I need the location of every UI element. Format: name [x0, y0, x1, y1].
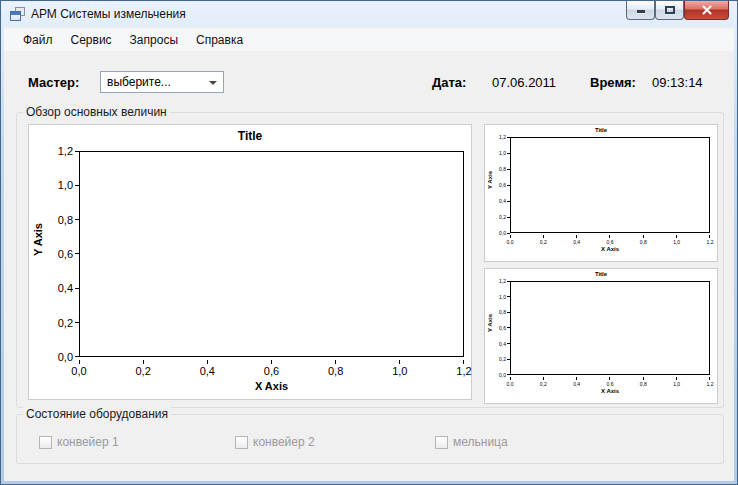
- checkbox-box: [235, 436, 248, 449]
- tick-label: 0,2: [536, 235, 550, 245]
- tick-label: 0,4: [499, 341, 510, 347]
- checkbox-conveyor-1[interactable]: конвейер 1: [39, 435, 119, 449]
- tick-label: 1,2: [58, 145, 79, 157]
- menu-bar: Файл Сервис Запросы Справка: [4, 29, 734, 51]
- x-tick-labels: 0,00,20,40,60,81,01,2: [503, 235, 717, 245]
- checkbox-label: конвейер 2: [253, 435, 315, 449]
- tick-label: 0,8: [499, 166, 510, 172]
- tick-label: 0,8: [636, 235, 650, 245]
- y-tick-labels: 1,21,00,80,60,40,20,0: [493, 278, 510, 378]
- minimize-button[interactable]: [626, 1, 655, 20]
- app-window: АРМ Системы измельчения Файл Сервис Запр…: [0, 0, 738, 485]
- menu-item-file[interactable]: Файл: [14, 30, 62, 50]
- tick-label: 1,2: [451, 360, 477, 377]
- overview-groupbox: Обзор основных величин Title Y Axis 1,21…: [16, 112, 724, 408]
- tick-label: 0,4: [499, 198, 510, 204]
- tick-label: 0,4: [570, 377, 584, 387]
- x-tick-labels: 0,00,20,40,60,81,01,2: [66, 360, 477, 377]
- y-axis-label: Y Axis: [486, 125, 493, 235]
- close-icon: [701, 4, 713, 16]
- tick-label: 0,2: [536, 377, 550, 387]
- small-chart-bottom: Title Y Axis 1,21,00,80,60,40,20,0 0,00,…: [484, 268, 718, 404]
- time-label: Время:: [590, 75, 636, 90]
- x-tick-labels: 0,00,20,40,60,81,01,2: [503, 377, 717, 387]
- maximize-button[interactable]: [655, 1, 684, 20]
- menu-item-help[interactable]: Справка: [187, 30, 252, 50]
- x-axis-label: X Axis: [510, 246, 710, 252]
- checkbox-label: конвейер 1: [57, 435, 119, 449]
- chevron-down-icon: [209, 81, 217, 85]
- tick-label: 0,0: [66, 360, 92, 377]
- tick-label: 0,2: [58, 317, 79, 329]
- tick-label: 1,0: [499, 294, 510, 300]
- tick-label: 1,0: [670, 235, 684, 245]
- date-label: Дата:: [432, 75, 466, 90]
- tick-label: 0,6: [499, 182, 510, 188]
- tick-label: 1,0: [58, 179, 79, 191]
- tick-label: 1,0: [387, 360, 413, 377]
- window-controls: [626, 1, 729, 20]
- y-axis-label: Y Axis: [486, 269, 493, 377]
- plot-area: [510, 281, 710, 375]
- plot-area: [79, 151, 464, 357]
- master-combobox-value: выберите...: [107, 75, 171, 89]
- status-groupbox: Состояние оборудования конвейер 1 конвей…: [16, 414, 724, 464]
- tick-label: 1,0: [670, 377, 684, 387]
- menu-item-service[interactable]: Сервис: [62, 30, 121, 50]
- close-button[interactable]: [684, 1, 729, 20]
- y-tick-labels: 1,21,00,80,60,40,20,0: [493, 134, 510, 236]
- tick-label: 1,2: [703, 377, 717, 387]
- plot-area: [510, 137, 710, 233]
- tick-label: 0,8: [323, 360, 349, 377]
- master-combobox[interactable]: выберите...: [100, 71, 224, 93]
- x-axis-label: X Axis: [510, 388, 710, 394]
- tick-label: 0,8: [636, 377, 650, 387]
- tick-label: 0,4: [58, 282, 79, 294]
- date-value: 07.06.2011: [492, 75, 556, 90]
- tick-label: 0,8: [58, 214, 79, 226]
- maximize-icon: [665, 6, 675, 14]
- menu-item-queries[interactable]: Запросы: [121, 30, 187, 50]
- checkbox-label: мельница: [453, 435, 508, 449]
- tick-label: 1,2: [499, 134, 510, 140]
- tick-label: 0,2: [499, 214, 510, 220]
- overview-groupbox-title: Обзор основных величин: [23, 105, 170, 119]
- tick-label: 0,6: [58, 248, 79, 260]
- tick-label: 0,6: [603, 235, 617, 245]
- y-tick-labels: 1,21,00,80,60,40,20,0: [41, 145, 79, 363]
- status-groupbox-title: Состояние оборудования: [23, 407, 171, 421]
- tick-label: 0,0: [503, 377, 517, 387]
- chart-title: Title: [29, 129, 471, 143]
- checkbox-conveyor-2[interactable]: конвейер 2: [235, 435, 315, 449]
- tick-label: 1,2: [499, 278, 510, 284]
- app-icon: [10, 7, 25, 21]
- tick-label: 1,0: [499, 150, 510, 156]
- checkbox-mill[interactable]: мельница: [435, 435, 508, 449]
- x-axis-label: X Axis: [79, 380, 464, 392]
- tick-label: 0,2: [130, 360, 156, 377]
- main-chart: Title Y Axis 1,21,00,80,60,40,20,0 0,00,…: [28, 124, 472, 400]
- window-title: АРМ Системы измельчения: [31, 7, 186, 21]
- tick-label: 0,2: [499, 356, 510, 362]
- time-value: 09:13:14: [652, 75, 703, 90]
- tick-label: 0,4: [570, 235, 584, 245]
- small-chart-top: Title Y Axis 1,21,00,80,60,40,20,0 0,00,…: [484, 124, 718, 262]
- minimize-icon: [637, 10, 645, 13]
- app-icon-front-layer: [10, 11, 21, 21]
- tick-label: 0,6: [499, 325, 510, 331]
- tick-label: 0,0: [503, 235, 517, 245]
- checkbox-box: [39, 436, 52, 449]
- tick-label: 0,6: [258, 360, 284, 377]
- checkbox-box: [435, 436, 448, 449]
- client-area: Файл Сервис Запросы Справка Мастер: выбе…: [4, 27, 734, 481]
- tick-label: 1,2: [703, 235, 717, 245]
- chart-title: Title: [485, 271, 717, 277]
- tick-label: 0,6: [603, 377, 617, 387]
- chart-title: Title: [485, 127, 717, 133]
- tick-label: 0,4: [194, 360, 220, 377]
- tick-label: 0,8: [499, 309, 510, 315]
- master-label: Мастер:: [28, 75, 79, 90]
